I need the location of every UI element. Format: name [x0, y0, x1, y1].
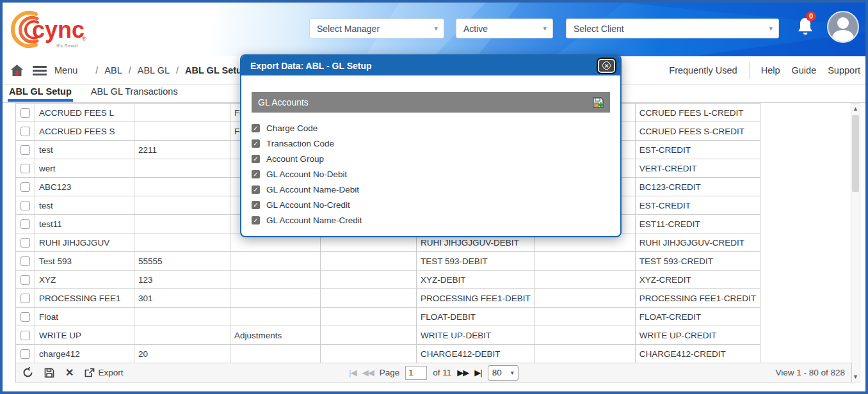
breadcrumb-separator: / — [176, 65, 179, 75]
row-checkbox[interactable] — [20, 275, 30, 285]
tab-abl-gl-setup[interactable]: ABL GL Setup — [8, 85, 73, 102]
section-title: GL Accounts — [258, 97, 309, 107]
field-label: Transaction Code — [266, 139, 334, 148]
cell-empty — [321, 326, 417, 345]
cell-gl-account-credit: CCRUED FEES S-CREDIT — [635, 122, 760, 141]
cell-charge-code-name: WRITE UP — [35, 326, 134, 345]
chevron-down-icon: ▾ — [511, 369, 514, 376]
cell-gl-account-debit: TEST 593-DEBIT — [417, 252, 535, 271]
notifications-bell[interactable]: 0 — [796, 17, 818, 41]
chevron-down-icon: ▾ — [769, 24, 773, 33]
scrollbar-thumb[interactable] — [852, 115, 859, 192]
row-checkbox[interactable] — [20, 145, 30, 155]
row-checkbox[interactable] — [20, 219, 30, 229]
page-number-input[interactable] — [405, 366, 427, 380]
row-checkbox[interactable] — [20, 108, 30, 118]
frequently-used-link[interactable]: Frequently Used — [669, 65, 737, 75]
cell-account-group — [230, 289, 321, 308]
cell-empty — [534, 308, 635, 326]
cell-gl-account-credit: WRITE UP-CREDIT — [635, 326, 760, 345]
row-checkbox[interactable] — [20, 349, 30, 359]
vertical-divider — [749, 62, 750, 79]
breadcrumb-item-abl[interactable]: ABL — [104, 65, 122, 75]
cell-gl-account-debit: XYZ-DEBIT — [417, 271, 535, 289]
cell-charge-code-name: test11 — [35, 215, 134, 233]
field-label: GL Account No-Debit — [266, 169, 347, 179]
row-checkbox[interactable] — [20, 294, 30, 303]
cell-account-group — [230, 308, 321, 326]
breadcrumb-item-abl-gl[interactable]: ABL GL — [138, 65, 170, 75]
first-page-button[interactable]: |◀ — [349, 368, 356, 377]
row-checkbox[interactable] — [20, 164, 30, 173]
export-field-row: ✓ Charge Code — [252, 120, 610, 136]
export-field-row: ✓ GL Account No-Credit — [252, 197, 610, 212]
save-icon[interactable] — [44, 368, 54, 378]
cell-transaction-code — [134, 308, 230, 326]
support-link[interactable]: Support — [828, 65, 860, 75]
status-select-value: Active — [463, 24, 488, 34]
row-checkbox[interactable] — [20, 238, 30, 248]
row-checkbox[interactable] — [20, 127, 30, 136]
pagination: |◀ ◀◀ Page of 11 ▶▶ ▶| 80 ▾ — [349, 365, 518, 381]
cell-gl-account-credit: EST11-CREDIT — [635, 215, 760, 233]
breadcrumb-item-abl-gl-setup[interactable]: ABL GL Setup — [185, 65, 248, 75]
cell-transaction-code — [134, 104, 230, 122]
modal-header: Export Data: ABL - GL Setup ✕ — [241, 56, 620, 75]
client-select[interactable]: Select Client ▾ — [566, 19, 779, 38]
row-checkbox[interactable] — [20, 312, 30, 322]
menu-icon[interactable] — [33, 66, 47, 75]
scroll-up-arrow[interactable]: ▲ — [851, 106, 860, 112]
breadcrumb-separator: / — [129, 65, 131, 75]
export-field-row: ✓ GL Account Name-Credit — [252, 212, 610, 228]
user-avatar[interactable] — [827, 11, 859, 43]
tab-abl-gl-transactions[interactable]: ABL GL Transactions — [90, 85, 179, 99]
prev-page-button[interactable]: ◀◀ — [362, 368, 374, 377]
row-checkbox[interactable] — [20, 182, 30, 192]
clear-icon[interactable]: ✕ — [65, 366, 74, 379]
field-checkbox[interactable]: ✓ — [252, 216, 260, 225]
close-icon: ✕ — [602, 61, 611, 70]
refresh-icon[interactable] — [22, 367, 33, 378]
field-checkbox[interactable]: ✓ — [252, 155, 260, 163]
field-checkbox[interactable]: ✓ — [252, 170, 260, 178]
field-label: Charge Code — [266, 123, 317, 133]
row-checkbox[interactable] — [20, 201, 30, 210]
view-status: View 1 - 80 of 828 — [518, 368, 845, 377]
row-checkbox[interactable] — [20, 331, 30, 340]
cell-empty — [321, 345, 417, 363]
field-checkbox[interactable]: ✓ — [252, 124, 260, 132]
export-field-list: ✓ Charge Code ✓ Transaction Code ✓ Accou… — [252, 120, 610, 228]
cell-transaction-code: 2211 — [134, 141, 230, 159]
cync-logo: cync ® It's Smart — [10, 8, 93, 54]
breadcrumb-menu[interactable]: Menu — [54, 65, 77, 75]
cell-transaction-code — [134, 159, 230, 178]
field-checkbox[interactable]: ✓ — [252, 139, 260, 148]
page-label: Page — [380, 368, 400, 377]
cell-transaction-code: 55555 — [134, 252, 230, 271]
cell-gl-account-credit: XYZ-CREDIT — [635, 271, 760, 289]
cell-account-group — [230, 252, 321, 271]
field-checkbox[interactable]: ✓ — [252, 201, 260, 209]
help-link[interactable]: Help — [761, 65, 780, 75]
page-size-value: 80 — [492, 368, 502, 377]
next-page-button[interactable]: ▶▶ — [457, 368, 469, 377]
cell-empty — [534, 252, 635, 271]
status-select[interactable]: Active ▾ — [456, 19, 553, 38]
scroll-down-arrow[interactable]: ▼ — [851, 374, 860, 380]
vertical-scrollbar[interactable]: ▲ ▼ — [851, 103, 860, 382]
field-label: GL Account No-Credit — [266, 200, 350, 210]
page-size-select[interactable]: 80 ▾ — [488, 365, 518, 381]
field-checkbox[interactable]: ✓ — [252, 185, 260, 194]
manager-select[interactable]: Select Manager ▾ — [309, 19, 444, 38]
cell-transaction-code: 123 — [134, 271, 230, 289]
cell-gl-account-credit: BC123-CREDIT — [635, 178, 760, 196]
modal-close-button[interactable]: ✕ — [598, 59, 615, 73]
export-save-icon[interactable] — [593, 97, 604, 108]
row-checkbox[interactable] — [20, 256, 30, 266]
client-select-value: Select Client — [574, 24, 624, 34]
home-icon[interactable] — [10, 64, 24, 77]
export-button[interactable]: Export — [84, 368, 123, 377]
gl-accounts-section-bar: GL Accounts — [252, 92, 610, 113]
guide-link[interactable]: Guide — [792, 65, 817, 75]
last-page-button[interactable]: ▶| — [474, 368, 481, 377]
